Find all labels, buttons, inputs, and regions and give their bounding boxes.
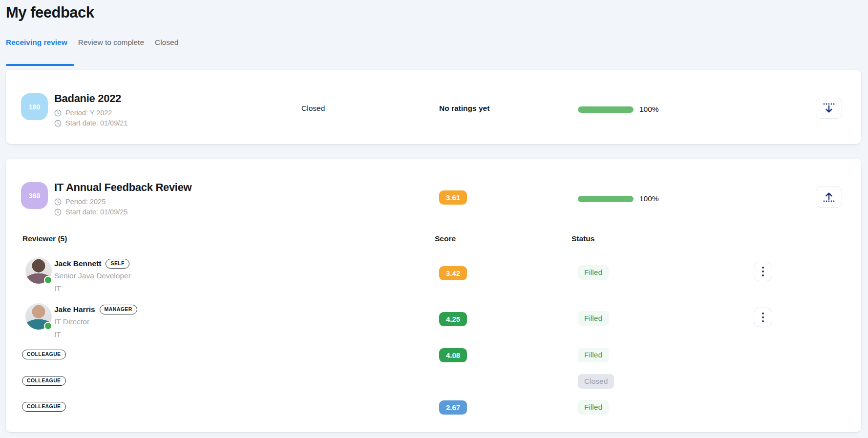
online-status-dot <box>44 276 52 284</box>
column-header-reviewer: Reviewer (5) <box>22 234 67 243</box>
role-badge-manager: MANAGER <box>100 305 137 314</box>
progress-bar <box>578 106 634 113</box>
survey-start-date-label: Start date: 01/09/25 <box>65 208 127 216</box>
feedback-tabs: Receiving review Review to complete Clos… <box>6 38 178 47</box>
survey-progress: 100% <box>578 105 659 114</box>
survey-card-it-annual-feedback: 360 IT Annual Feedback Review Period: 20… <box>6 159 861 432</box>
no-ratings-note: No ratings yet <box>439 104 489 113</box>
survey-type-badge: 360 <box>21 182 48 209</box>
reviewer-name: Jack Bennett SELF <box>54 259 129 269</box>
survey-period: Period: 2025 <box>54 198 106 206</box>
overall-score-badge: 3.61 <box>439 190 467 205</box>
score-badge: 4.25 <box>439 312 467 326</box>
clock-icon <box>54 109 62 117</box>
upload-button[interactable] <box>816 187 842 208</box>
survey-start-date: Start date: 01/09/21 <box>54 119 127 127</box>
progress-percent-label: 100% <box>639 194 659 203</box>
clock-icon <box>54 198 62 206</box>
role-badge-self: SELF <box>106 259 129 269</box>
survey-type-badge: 180 <box>21 93 48 120</box>
survey-start-date: Start date: 01/09/25 <box>54 208 127 216</box>
clock-icon <box>54 120 62 127</box>
score-badge: 4.08 <box>439 348 467 362</box>
tab-receiving-review[interactable]: Receiving review <box>6 38 67 47</box>
kebab-icon <box>762 313 764 314</box>
score-badge: 2.67 <box>439 400 467 415</box>
reviewer-department: IT <box>54 330 61 339</box>
row-menu-button[interactable] <box>754 262 772 281</box>
reviewer-department: IT <box>54 284 61 293</box>
score-badge: 3.42 <box>439 266 467 280</box>
status-badge: Filled <box>578 348 609 362</box>
survey-progress: 100% <box>578 194 659 203</box>
survey-period: Period: Y 2022 <box>54 109 112 117</box>
page-title: My feedback <box>6 4 94 21</box>
download-report-button[interactable] <box>816 98 842 119</box>
role-badge-colleague: COLLEAGUE <box>22 402 66 412</box>
status-badge: Filled <box>578 265 609 280</box>
tab-closed[interactable]: Closed <box>155 38 178 47</box>
reviewer-name: Jake Harris MANAGER <box>54 305 137 314</box>
progress-bar <box>578 196 634 202</box>
my-feedback-page: My feedback Receiving review Review to c… <box>0 0 868 438</box>
status-badge: Closed <box>578 374 614 389</box>
survey-period-label: Period: Y 2022 <box>65 109 112 117</box>
role-badge-colleague: COLLEAGUE <box>22 350 66 359</box>
active-tab-indicator <box>6 64 74 66</box>
avatar <box>25 303 52 330</box>
role-badge-colleague: COLLEAGUE <box>22 376 66 386</box>
reviewer-job-title: IT Director <box>54 317 89 326</box>
tab-review-to-complete[interactable]: Review to complete <box>78 38 144 47</box>
survey-card-badanie-2022: 180 Badanie 2022 Period: Y 2022 Start da… <box>6 70 861 144</box>
download-icon <box>823 103 835 114</box>
row-menu-button[interactable] <box>754 308 772 327</box>
survey-status-text: Closed <box>301 104 325 113</box>
clock-icon <box>54 209 62 216</box>
kebab-icon <box>762 267 764 269</box>
survey-title: IT Annual Feedback Review <box>54 181 191 194</box>
online-status-dot <box>44 322 52 330</box>
column-header-score: Score <box>435 234 456 243</box>
progress-percent-label: 100% <box>639 105 659 114</box>
survey-period-label: Period: 2025 <box>65 198 106 206</box>
avatar <box>25 257 52 284</box>
column-header-status: Status <box>572 234 594 243</box>
survey-start-date-label: Start date: 01/09/21 <box>65 119 127 127</box>
status-badge: Filled <box>578 311 609 326</box>
status-badge: Filled <box>578 400 609 415</box>
upload-icon <box>823 191 835 203</box>
survey-title: Badanie 2022 <box>54 92 121 105</box>
reviewer-job-title: Senior Java Developer <box>54 271 131 280</box>
